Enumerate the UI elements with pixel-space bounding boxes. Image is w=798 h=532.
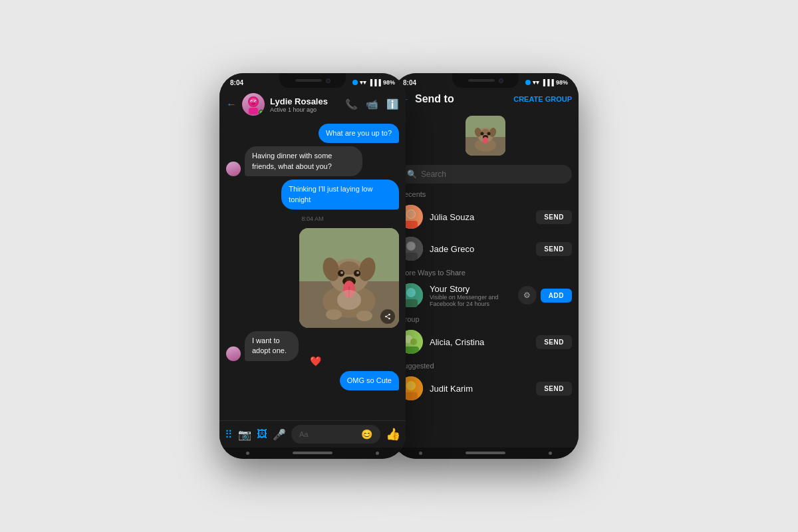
input-placeholder: Aa (299, 430, 308, 438)
camera-icon[interactable]: 📷 (238, 428, 251, 441)
video-button[interactable]: 📹 (366, 98, 378, 110)
status-icons-right: ▾▾ ▐▐▐ 98% (525, 79, 568, 86)
svg-point-61 (407, 382, 415, 390)
svg-line-30 (387, 317, 389, 319)
messenger-indicator-right (525, 80, 531, 85)
apps-icon[interactable]: ⠿ (225, 428, 233, 441)
section-suggested: Suggested (392, 358, 579, 372)
phone-speaker (295, 79, 322, 82)
search-bar[interactable]: 🔍 Search (399, 165, 572, 184)
timestamp: 8:04 AM (226, 215, 399, 222)
story-info: Your Story Visible on Messenger and Face… (430, 284, 511, 307)
jade-send-button[interactable]: SEND (536, 242, 572, 256)
nav-dot-right-r (549, 452, 552, 455)
chat-header: ← (219, 89, 406, 120)
svg-point-24 (326, 309, 342, 320)
sendto-list: Recents Jú (392, 186, 579, 448)
share-icon[interactable] (380, 309, 395, 324)
svg-rect-60 (404, 392, 418, 400)
shared-thumbnail (466, 116, 505, 156)
search-placeholder: Search (421, 170, 446, 179)
chat-input-bar: ⠿ 📷 🖼 🎤 Aa 😊 👍 (219, 420, 406, 448)
wifi-icon: ▾▾ (360, 79, 366, 86)
julia-send-button[interactable]: SEND (536, 210, 572, 224)
front-camera-right (499, 78, 503, 83)
msg-bubble-sent-1: What are you up to? (319, 124, 399, 143)
judit-name: Judit Karim (430, 384, 529, 394)
search-icon: 🔍 (407, 170, 417, 179)
back-button[interactable]: ← (226, 98, 237, 110)
nav-bar-right (392, 448, 579, 459)
msg-bubble-sent-3: OMG so Cute (340, 371, 399, 390)
contact-status: Active 1 hour ago (270, 106, 340, 113)
jade-name: Jade Greco (430, 244, 529, 254)
phone-speaker-right (468, 79, 495, 82)
svg-point-39 (481, 132, 484, 136)
shared-image-preview (392, 109, 579, 162)
message-1: What are you up to? (226, 124, 399, 143)
battery-right: 98% (556, 79, 568, 86)
svg-point-50 (407, 242, 415, 250)
like-button[interactable]: 👍 (386, 427, 400, 442)
story-name: Your Story (430, 284, 511, 294)
front-camera (326, 78, 331, 83)
nav-bar-left (219, 448, 406, 459)
contact-avatar (242, 93, 265, 116)
contact-judit: Judit Karim SEND (392, 372, 579, 404)
sendto-title: Send to (415, 93, 508, 105)
photo-icon[interactable]: 🖼 (257, 428, 267, 440)
emoji-picker[interactable]: 😊 (361, 429, 372, 440)
contact-julia: Júlia Souza SEND (392, 201, 579, 233)
story-settings-button[interactable]: ⚙ (518, 286, 537, 305)
msg-avatar-sm-2 (226, 346, 241, 361)
svg-point-7 (251, 102, 255, 105)
status-time-left: 8:04 (230, 79, 243, 86)
contact-jade: Jade Greco SEND (392, 233, 579, 265)
mic-icon[interactable]: 🎤 (273, 428, 286, 441)
header-actions: 📞 📹 ℹ️ (345, 98, 399, 110)
contact-name: Lydie Rosales (270, 96, 340, 106)
section-group: Group (392, 311, 579, 326)
active-indicator (259, 110, 264, 115)
status-icons-left: ▾▾ ▐▐▐ 98% (352, 79, 395, 86)
signal-icon: ▐▐▐ (368, 79, 381, 86)
create-group-button[interactable]: CREATE GROUP (513, 95, 572, 103)
svg-point-42 (483, 137, 488, 144)
nav-dot-left-r (419, 452, 422, 455)
svg-point-27 (388, 314, 390, 316)
alicia-send-button[interactable]: SEND (536, 335, 572, 349)
msg-avatar-sm-1 (226, 162, 241, 176)
svg-point-25 (356, 311, 372, 321)
svg-point-19 (356, 271, 359, 274)
msg-bubble-received-1: Having dinner with some friends, what ab… (245, 146, 362, 176)
call-button[interactable]: 📞 (345, 98, 358, 110)
status-time-right: 8:04 (403, 79, 416, 86)
battery-left: 98% (383, 79, 395, 86)
scene: 8:04 ▾▾ ▐▐▐ 98% ← (0, 0, 798, 532)
info-button[interactable]: ℹ️ (386, 98, 399, 110)
msg-bubble-received-2: I want to adopt one. (245, 331, 299, 361)
wifi-icon-right: ▾▾ (533, 79, 539, 86)
svg-point-26 (337, 290, 361, 310)
story-actions: ⚙ ADD (518, 286, 572, 305)
your-story-row: Your Story Visible on Messenger and Face… (392, 279, 579, 311)
phone-chat: 8:04 ▾▾ ▐▐▐ 98% ← (219, 73, 406, 459)
section-more-ways: More Ways to Share (392, 265, 579, 279)
message-input[interactable]: Aa 😊 (291, 425, 380, 444)
svg-rect-45 (404, 221, 418, 229)
svg-rect-49 (404, 253, 418, 261)
svg-point-56 (410, 338, 417, 345)
svg-point-6 (255, 101, 257, 102)
message-5: OMG so Cute (226, 371, 399, 390)
svg-point-18 (340, 271, 343, 274)
judit-send-button[interactable]: SEND (536, 382, 572, 396)
message-3: Thinking I'll just laying low tonight (226, 180, 399, 209)
sendto-header: ← Send to CREATE GROUP (392, 89, 579, 109)
section-recents: Recents (392, 186, 579, 201)
share-svg (384, 313, 391, 320)
nav-dot-left (246, 452, 249, 455)
thumb-dog-svg (466, 116, 505, 156)
svg-point-5 (251, 101, 253, 102)
nav-dot-right (376, 452, 379, 455)
story-add-button[interactable]: ADD (541, 289, 572, 303)
